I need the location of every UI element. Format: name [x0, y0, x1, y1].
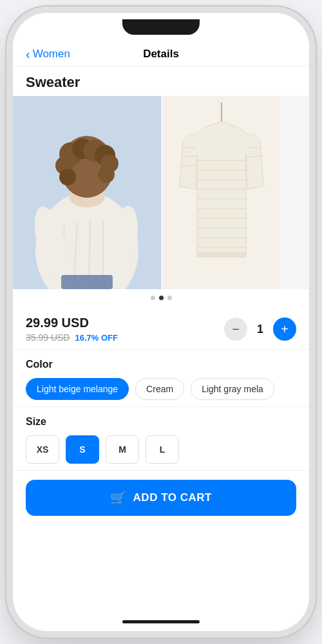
product-title-bar: Sweater	[13, 66, 309, 96]
header: ‹ Women Details	[13, 41, 309, 66]
discount-badge: 16.7% OFF	[75, 333, 117, 343]
back-label: Women	[33, 48, 70, 61]
color-section: Color Light beige melange Cream Light gr…	[13, 350, 309, 407]
add-to-cart-bar: 🛒 ADD TO CART	[13, 471, 309, 522]
price-block: 29.99 USD 35.99 USD 16.7% OFF	[26, 316, 118, 343]
product-image-1	[13, 96, 161, 289]
back-chevron-icon: ‹	[26, 48, 30, 61]
product-title: Sweater	[26, 74, 296, 91]
screen: ‹ Women Details Sweater	[13, 41, 309, 612]
dot-2[interactable]	[159, 296, 164, 300]
color-options: Light beige melange Cream Light gray mel…	[26, 378, 296, 400]
add-to-cart-button[interactable]: 🛒 ADD TO CART	[26, 480, 296, 516]
current-price: 29.99 USD	[26, 316, 118, 330]
color-option-light-gray-mela[interactable]: Light gray mela	[191, 378, 274, 400]
phone-top-bar	[13, 13, 309, 41]
phone-bottom-bar	[13, 612, 309, 631]
dot-3[interactable]	[167, 296, 172, 300]
carousel-dots	[13, 289, 309, 307]
add-to-cart-label: ADD TO CART	[133, 491, 212, 504]
image-carousel[interactable]	[13, 96, 309, 289]
price-row: 29.99 USD 35.99 USD 16.7% OFF − 1 +	[13, 307, 309, 350]
size-section: Size XS S M L	[13, 407, 309, 471]
color-option-cream[interactable]: Cream	[135, 378, 184, 400]
phone-frame: ‹ Women Details Sweater	[13, 13, 309, 631]
size-option-s[interactable]: S	[66, 435, 99, 464]
notch	[122, 19, 200, 35]
size-option-l[interactable]: L	[146, 435, 179, 464]
home-indicator	[122, 620, 200, 623]
header-title: Details	[77, 48, 245, 61]
product-image-2	[164, 96, 279, 289]
size-option-xs[interactable]: XS	[26, 435, 59, 464]
size-options: XS S M L	[26, 435, 296, 464]
dot-1[interactable]	[151, 296, 155, 300]
svg-point-18	[98, 166, 115, 183]
carousel-images	[13, 96, 309, 289]
svg-rect-19	[61, 275, 113, 289]
quantity-increase-button[interactable]: +	[273, 317, 296, 341]
color-section-label: Color	[26, 359, 296, 370]
original-price: 35.99 USD	[26, 332, 70, 343]
quantity-value: 1	[255, 323, 265, 336]
back-button[interactable]: ‹ Women	[26, 48, 77, 61]
size-section-label: Size	[26, 416, 296, 428]
quantity-decrease-button[interactable]: −	[224, 317, 247, 341]
svg-point-17	[59, 169, 76, 185]
size-option-m[interactable]: M	[106, 435, 139, 464]
content-scroll[interactable]: 29.99 USD 35.99 USD 16.7% OFF − 1 + Colo…	[13, 307, 309, 612]
original-price-row: 35.99 USD 16.7% OFF	[26, 332, 118, 343]
svg-rect-37	[197, 252, 246, 257]
cart-icon: 🛒	[110, 490, 127, 506]
quantity-control: − 1 +	[224, 317, 296, 341]
color-option-light-beige-melange[interactable]: Light beige melange	[26, 378, 129, 400]
